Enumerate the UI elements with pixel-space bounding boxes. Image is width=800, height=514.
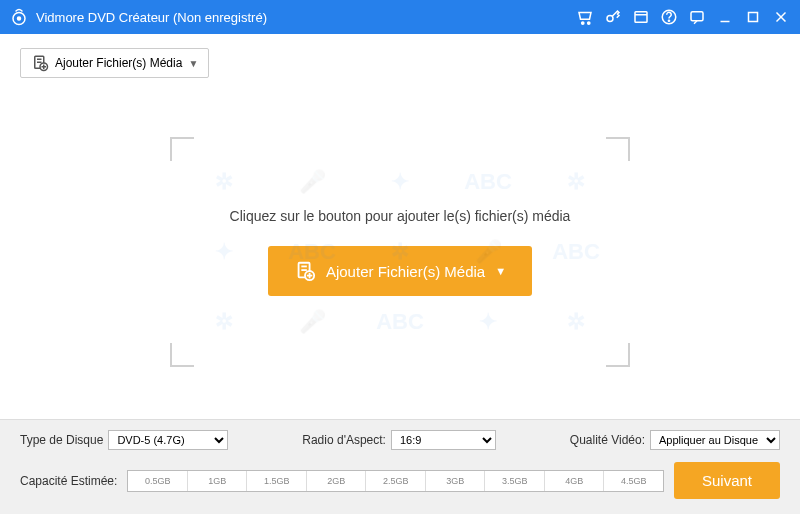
tick: 4GB (545, 471, 605, 491)
add-file-icon (31, 54, 49, 72)
chevron-down-icon: ▼ (495, 265, 506, 277)
titlebar: Vidmore DVD Créateur (Non enregistré) (0, 0, 800, 34)
svg-rect-11 (749, 13, 758, 22)
next-button[interactable]: Suivant (674, 462, 780, 499)
corner-bl (170, 343, 194, 367)
corner-tl (170, 137, 194, 161)
titlebar-icons (576, 8, 790, 26)
chevron-down-icon: ▼ (188, 58, 198, 69)
dropzone-hint: Cliquez sur le bouton pour ajouter le(s)… (230, 208, 571, 224)
dropzone: ✲🎤✦ABC✲ ✦ABC✲🎤ABC ✲🎤ABC✦✲ Cliquez sur le… (170, 137, 630, 367)
capacity-bar: 0.5GB 1GB 1.5GB 2GB 2.5GB 3GB 3.5GB 4GB … (127, 470, 664, 492)
close-icon[interactable] (772, 8, 790, 26)
tick: 0.5GB (128, 471, 188, 491)
tick: 3.5GB (485, 471, 545, 491)
key-icon[interactable] (604, 8, 622, 26)
tick: 1.5GB (247, 471, 307, 491)
app-logo-icon (10, 8, 28, 26)
top-toolbar: Ajouter Fichier(s) Média ▼ (0, 34, 800, 92)
maximize-icon[interactable] (744, 8, 762, 26)
capacity-row: Capacité Estimée: 0.5GB 1GB 1.5GB 2GB 2.… (20, 462, 780, 499)
disc-type-group: Type de Disque DVD-5 (4.7G) (20, 430, 228, 450)
svg-rect-9 (691, 12, 703, 21)
aspect-label: Radio d'Aspect: (302, 433, 386, 447)
feedback-icon[interactable] (688, 8, 706, 26)
quality-select[interactable]: Appliquer au Disque (650, 430, 780, 450)
disc-type-label: Type de Disque (20, 433, 103, 447)
bottom-panel: Type de Disque DVD-5 (4.7G) Radio d'Aspe… (0, 419, 800, 514)
corner-br (606, 343, 630, 367)
help-icon[interactable] (660, 8, 678, 26)
add-media-button-small[interactable]: Ajouter Fichier(s) Média ▼ (20, 48, 209, 78)
capacity-ticks: 0.5GB 1GB 1.5GB 2GB 2.5GB 3GB 3.5GB 4GB … (128, 471, 663, 491)
main-area: ✲🎤✦ABC✲ ✦ABC✲🎤ABC ✲🎤ABC✦✲ Cliquez sur le… (0, 85, 800, 419)
minimize-icon[interactable] (716, 8, 734, 26)
cart-icon[interactable] (576, 8, 594, 26)
aspect-group: Radio d'Aspect: 16:9 (302, 430, 496, 450)
svg-rect-5 (635, 12, 647, 23)
svg-point-3 (588, 22, 590, 24)
tick: 2GB (307, 471, 367, 491)
svg-point-1 (18, 17, 21, 20)
aspect-select[interactable]: 16:9 (391, 430, 496, 450)
svg-point-8 (668, 20, 669, 21)
svg-point-2 (582, 22, 584, 24)
tick: 3GB (426, 471, 486, 491)
add-media-label-small: Ajouter Fichier(s) Média (55, 56, 182, 70)
quality-group: Qualité Vidéo: Appliquer au Disque (570, 430, 780, 450)
capacity-label: Capacité Estimée: (20, 474, 117, 488)
menu-icon[interactable] (632, 8, 650, 26)
app-title: Vidmore DVD Créateur (Non enregistré) (36, 10, 576, 25)
corner-tr (606, 137, 630, 161)
tick: 1GB (188, 471, 248, 491)
disc-type-select[interactable]: DVD-5 (4.7G) (108, 430, 228, 450)
tick: 4.5GB (604, 471, 663, 491)
add-media-label-main: Ajouter Fichier(s) Média (326, 263, 485, 280)
add-file-icon (294, 260, 316, 282)
tick: 2.5GB (366, 471, 426, 491)
quality-label: Qualité Vidéo: (570, 433, 645, 447)
settings-row: Type de Disque DVD-5 (4.7G) Radio d'Aspe… (20, 430, 780, 450)
add-media-button-main[interactable]: Ajouter Fichier(s) Média ▼ (268, 246, 532, 296)
svg-point-4 (607, 16, 613, 22)
